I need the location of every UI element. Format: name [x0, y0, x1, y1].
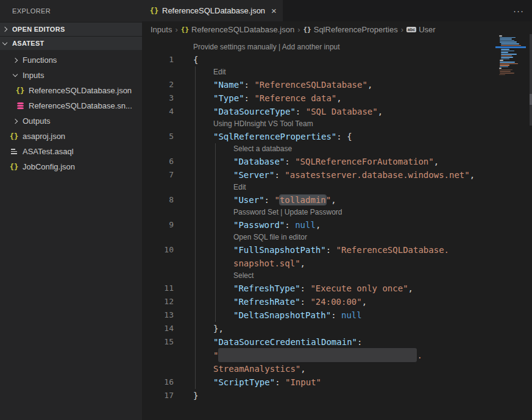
codelens-links[interactable]: Open SQL file in editor [193, 232, 532, 243]
code-text[interactable]: "Name": "ReferenceSQLDatabase", [193, 78, 532, 91]
breadcrumb-separator: › [175, 25, 177, 34]
json-braces-icon: {} [181, 26, 189, 34]
codelens-row: Provide settings manually | Add another … [142, 41, 532, 53]
code-text[interactable]: }, [193, 322, 532, 335]
code-text[interactable]: snapshot.sql", [193, 257, 532, 270]
line-number [142, 362, 174, 376]
minimap-line [499, 69, 512, 71]
code-line-12: 12"RefreshRate": "24:00:00", [142, 295, 532, 308]
code-line-4: 4"DataSourceType": "SQL Database", [142, 105, 532, 118]
breadcrumb-label: ReferenceSQLDatabase.json [191, 25, 294, 34]
minimap-line [501, 59, 509, 60]
minimap-line [500, 60, 503, 61]
code-text[interactable]: } [193, 389, 532, 402]
section-open-editors[interactable]: OPEN EDITORS [0, 22, 142, 36]
code-line-17: 17} [142, 389, 532, 402]
sidebar-item-outputs[interactable]: Outputs [0, 113, 142, 129]
tab-referencesqldatabase-json[interactable]: {} ReferenceSQLDatabase.json × [142, 0, 283, 21]
breadcrumb-item-referencesqldatabase-json[interactable]: {}ReferenceSQLDatabase.json [181, 25, 294, 34]
close-icon[interactable]: × [271, 6, 277, 15]
minimap-line [500, 62, 515, 63]
code-text[interactable]: StreamAnalystics", [193, 362, 532, 376]
minimap-line [499, 35, 502, 37]
minimap-line [500, 37, 516, 38]
sidebar-item-jobconfig-json[interactable]: {}JobConfig.json [0, 159, 142, 174]
scrollbar[interactable] [530, 34, 532, 126]
line-number [142, 182, 174, 193]
line-number [142, 118, 174, 130]
code-text[interactable]: "Server": "asatestserver.database.window… [193, 168, 532, 182]
line-number [142, 41, 174, 53]
code-line-9: 9"Password": null, [142, 218, 532, 232]
breadcrumb-item-sqlreferenceproperties[interactable]: {}SqlReferenceProperties [303, 25, 397, 34]
codelens-links[interactable]: Edit [193, 66, 532, 78]
code-text[interactable]: "RefreshType": "Execute only once", [193, 282, 532, 295]
minimap-line [501, 45, 521, 46]
minimap-line [500, 38, 512, 40]
breadcrumb-label: SqlReferenceProperties [314, 25, 398, 34]
json-braces-icon: {} [15, 87, 25, 95]
code-text[interactable]: "Database": "SQLReferenceForAutomation", [193, 155, 532, 168]
sidebar-item-inputs[interactable]: Inputs [0, 68, 142, 83]
line-number: 1 [142, 53, 174, 66]
code-text[interactable]: ". [193, 349, 532, 362]
scrollbar-thumb[interactable] [530, 94, 532, 105]
line-number: 9 [142, 218, 174, 232]
minimap-line [501, 49, 509, 50]
codelens-links[interactable]: Provide settings manually | Add another … [193, 41, 532, 53]
line-number: 8 [142, 193, 174, 207]
more-actions-icon[interactable]: ··· [505, 0, 532, 21]
minimap-line [501, 52, 508, 53]
code-text[interactable]: "Password": null, [193, 218, 532, 232]
line-number: 11 [142, 282, 174, 295]
item-label: asaproj.json [23, 132, 65, 141]
editor-group: {} ReferenceSQLDatabase.json × ··· Input… [142, 0, 532, 420]
json-braces-icon: {} [9, 163, 19, 171]
codelens-links[interactable]: Password Set | Update Password [193, 207, 532, 218]
sidebar-item-asaproj-json[interactable]: {}asaproj.json [0, 129, 142, 144]
line-number: 15 [142, 335, 174, 349]
line-number [142, 66, 174, 78]
breadcrumb-item-inputs[interactable]: Inputs [151, 25, 172, 34]
sidebar-item-functions[interactable]: Functions [0, 52, 142, 68]
code-text[interactable]: "DeltaSnapshotPath": null [193, 308, 532, 322]
codelens-links[interactable]: Using HDInsight VS Tool Team [193, 118, 532, 130]
minimap-line [500, 71, 511, 72]
codelens-links[interactable]: Select a database [193, 143, 532, 155]
line-number [142, 207, 174, 218]
codelens-links[interactable]: Edit [193, 182, 532, 193]
code-text[interactable]: "User": "tolladmin", [193, 193, 532, 207]
code-text[interactable]: "Type": "Reference data", [193, 91, 532, 105]
minimap[interactable] [498, 35, 523, 76]
code-line-wrap: snapshot.sql", [142, 257, 532, 270]
code-text[interactable]: "DataSourceCredentialDomain": [193, 335, 532, 349]
chevron-right-icon [13, 118, 18, 123]
minimap-line [500, 73, 514, 74]
minimap-line [499, 74, 505, 76]
section-asatest[interactable]: ASATEST [0, 36, 142, 50]
code-text[interactable]: "DataSourceType": "SQL Database", [193, 105, 532, 118]
code-text[interactable]: "FullSnapshotPath": "ReferenceSQLDatabas… [193, 243, 532, 257]
sidebar-item-referencesqldatabase-json[interactable]: {}ReferenceSQLDatabase.json [0, 83, 142, 98]
minimap-line [501, 51, 514, 52]
code-line-14: 14}, [142, 322, 532, 335]
sidebar-item-referencesqldatabase-sn[interactable]: ReferenceSQLDatabase.sn... [0, 98, 142, 113]
code-text[interactable]: "SqlReferenceProperties": { [193, 130, 532, 143]
code-text[interactable]: { [193, 53, 532, 66]
minimap-line [501, 54, 517, 55]
item-label: JobConfig.json [23, 162, 75, 171]
breadcrumb-item-user[interactable]: abcUser [406, 25, 436, 34]
section-label: ASATEST [12, 40, 44, 47]
code-line-13: 13"DeltaSnapshotPath": null [142, 308, 532, 322]
code-editor[interactable]: Provide settings manually | Add another … [142, 37, 532, 420]
breadcrumb-separator: › [401, 25, 403, 34]
line-number: 6 [142, 155, 174, 168]
codelens-links[interactable]: Select [193, 270, 532, 282]
item-label: ReferenceSQLDatabase.json [29, 86, 132, 95]
sidebar-item-asatest-asaql[interactable]: ASATest.asaql [0, 144, 142, 159]
code-text[interactable]: "RefreshRate": "24:00:00", [193, 295, 532, 308]
code-line-7: 7"Server": "asatestserver.database.windo… [142, 168, 532, 182]
redacted-value-box [218, 348, 417, 362]
line-number: 12 [142, 295, 174, 308]
code-text[interactable]: "ScriptType": "Input" [193, 376, 532, 389]
